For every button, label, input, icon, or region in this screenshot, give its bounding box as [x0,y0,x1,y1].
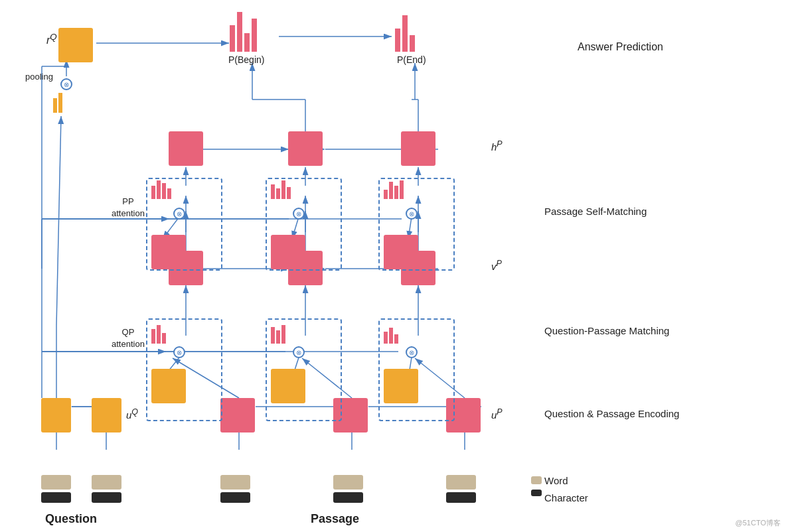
p-char-block-1 [220,492,250,503]
qp-otimes-1: ⊗ [173,346,185,358]
p-word-block-3 [446,475,476,490]
uP-block-1 [220,398,255,432]
pp-otimes-2: ⊗ [293,208,305,220]
qp-bars-2 [271,325,285,344]
p-end-label: P(End) [397,54,426,65]
p-begin-bars [230,12,257,52]
uQ-label: uQ [126,407,138,421]
qp-orange-1 [151,369,186,403]
q-char-block-1 [41,492,71,503]
uQ-block-2 [92,398,121,432]
qp-attention-label: QPattention [112,326,145,350]
qp-otimes-2: ⊗ [293,346,305,358]
answer-prediction-label: Answer Prediction [578,41,663,53]
q-word-block-1 [41,475,71,490]
hP-block-2 [288,131,323,166]
pp-pink-3 [384,235,418,269]
legend-char-block [531,490,542,496]
qp-orange-2 [271,369,305,403]
pp-bars-3 [384,180,404,199]
qp-bars-3 [384,325,398,344]
p-char-block-3 [446,492,476,503]
pp-attention-label: PPattention [112,196,145,220]
pp-bars-2 [271,180,291,199]
question-label: Question [45,512,97,526]
vP-label: vP [491,259,502,272]
q-char-block-2 [92,492,121,503]
pp-otimes-3: ⊗ [406,208,418,220]
hP-block-1 [169,131,203,166]
architecture-diagram: ⊗ ⊗ ⊗ [0,0,786,532]
uQ-block-1 [41,398,71,432]
pp-bars-1 [151,180,171,199]
pp-pink-1 [151,235,186,269]
p-end-bars [395,12,415,52]
legend-word-block [531,476,542,484]
hP-block-3 [401,131,435,166]
character-label: Character [544,492,588,503]
word-label: Word [544,475,568,486]
svg-line-52 [56,116,61,325]
rQ-label: rQ [46,32,57,46]
hP-label: hP [491,139,503,153]
passage-self-matching-label: Passage Self-Matching [544,206,647,217]
pooling-otimes: ⊗ [60,78,72,90]
qp-bars-1 [151,325,166,344]
question-passage-encoding-label: Question & Passage Encoding [544,408,679,419]
uP-label: uP [491,407,503,421]
pooling-label: pooling [25,72,53,82]
p-word-block-1 [220,475,250,490]
qp-otimes-3: ⊗ [406,346,418,358]
p-char-block-2 [333,492,363,503]
question-passage-matching-label: Question-Passage Matching [544,325,669,336]
p-word-block-2 [333,475,363,490]
qp-orange-3 [384,369,418,403]
watermark: @51CTO博客 [736,518,781,528]
pooling-bars [53,93,62,113]
pp-pink-2 [271,235,305,269]
p-begin-label: P(Begin) [228,54,264,65]
passage-label: Passage [311,512,359,526]
q-word-block-2 [92,475,121,490]
rQ-block [58,28,93,62]
pp-otimes-1: ⊗ [173,208,185,220]
